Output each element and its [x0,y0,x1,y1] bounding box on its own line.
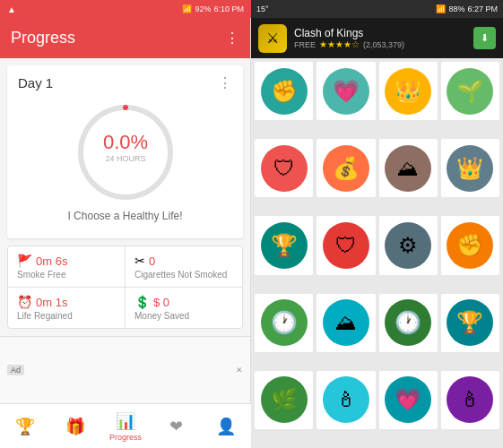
badge-shield-x2: 🛡 [323,222,369,269]
badge-torch2: 🕯 [447,376,493,423]
badge-cell: 🌱 [441,62,499,120]
badge-mountains2: ⛰ [323,299,369,346]
badge-torch: 🕯 [323,376,369,423]
badge-mountains: ⛰ [385,145,431,192]
right-status-icons: 📶 88% 6:27 PM [436,4,498,13]
game-free-label: FREE [294,40,316,49]
menu-icon[interactable]: ⋮ [225,30,239,47]
flag-icon: 🚩 [17,254,32,268]
ad-close-icon[interactable]: ✕ [236,366,243,375]
badge-cell: 🏆 [441,294,499,352]
status-bars: ▲ 📶 92% 6:10 PM 15° 📶 88% 6:27 PM [0,0,503,18]
badge-cell: 💗 [317,62,375,120]
trophy-nav-icon: 🏆 [15,417,35,436]
game-meta: FREE ★★★★☆ (2,053,379) [294,39,466,49]
badges-grid: ✊ 💗 👑 🌱 🛡 💰 ⛰ 👑 [251,58,503,448]
ad-label: Ad [7,365,24,375]
money-saved-label: Money Saved [134,311,233,321]
header-actions: ⋮ [225,30,239,47]
nav-item-heart[interactable]: ❤ [151,404,201,448]
nav-item-trophy[interactable]: 🏆 [0,404,50,448]
smoke-free-value: 0m 6s [36,254,67,268]
download-button[interactable]: ⬇ [473,27,496,49]
progress-nav-icon: 📊 [116,411,135,431]
game-title: Clash of Kings [294,27,466,39]
badge-clock2: 🕐 [385,299,431,346]
left-app-name: ▲ [7,4,16,14]
badge-leaf: 🌿 [261,376,308,423]
badge-shield-x: 🛡 [261,145,308,192]
circle-message: I Choose a Healthy Life! [67,210,182,222]
badge-trophy: 🏆 [261,222,308,269]
stat-cigarettes: ✂ 0 Cigarettes Not Smoked [126,246,242,287]
gift-nav-icon: 🎁 [65,417,85,436]
game-reviews: (2,053,379) [363,40,404,49]
badge-cell: 🕐 [379,294,438,352]
badge-cell: ✊ [255,62,313,120]
stats-grid: 🚩 0m 6s Smoke Free ✂ 0 Cigarettes Not Sm… [7,246,243,329]
ad-banner: Ad ✕ [0,336,250,403]
stat-smoke-free: 🚩 0m 6s Smoke Free [8,246,125,287]
smoke-free-label: Smoke Free [17,270,116,280]
day-label: Day 1 [18,75,53,90]
badge-cell: 🕯 [317,371,375,429]
hours-label: 24 HOURS [105,154,145,163]
heart-nav-icon: ❤ [169,417,183,436]
badge-cell: ✊ [441,216,499,274]
nav-item-progress[interactable]: 📊 Progress [100,404,151,448]
bottom-nav: 🏆 🎁 📊 Progress ❤ 👤 [0,403,251,448]
badge-cell: 🛡 [255,139,313,197]
main-content: Progress ⋮ Day 1 ⋮ 0.0% 24 HOURS I Choos… [0,18,503,448]
badge-crown2: 👑 [447,145,493,192]
badge-cell: 👑 [379,62,438,120]
left-panel: Progress ⋮ Day 1 ⋮ 0.0% 24 HOURS I Choos… [0,18,251,448]
nav-item-person[interactable]: 👤 [201,404,251,448]
clock-icon: ⏰ [17,295,32,309]
game-icon: ⚔ [258,24,287,53]
right-panel: ⚔ Clash of Kings FREE ★★★★☆ (2,053,379) … [251,18,503,448]
badge-cell: 🕯 [441,371,499,429]
badge-cell: 💰 [317,139,375,197]
badge-crown: 👑 [385,68,431,115]
cigarettes-label: Cigarettes Not Smoked [134,270,233,280]
scissors-icon: ✂ [134,254,145,268]
nav-item-gift[interactable]: 🎁 [50,404,100,448]
money-saved-value: $ 0 [153,296,169,309]
badge-cell: 🛡 [317,216,375,274]
day-more-icon[interactable]: ⋮ [218,74,232,91]
badge-coin: 💰 [323,145,369,192]
badge-clock: 🕐 [261,299,308,346]
badge-cell: 🌿 [255,371,313,429]
progress-circle-container: 0.0% 24 HOURS I Choose a Healthy Life! [18,99,232,222]
game-stars: ★★★★☆ [319,39,360,49]
badge-cell: ⛰ [379,139,438,197]
cigarettes-value: 0 [149,254,155,268]
badge-trophy2: 🏆 [447,299,493,346]
left-status-bar: ▲ 📶 92% 6:10 PM [0,0,251,18]
left-status-icons: 📶 92% 6:10 PM [182,4,244,13]
progress-nav-label: Progress [109,433,142,442]
life-regained-label: Life Regained [17,311,116,321]
badge-cell: 🏆 [255,216,313,274]
dollar-icon: 💲 [134,295,150,309]
badge-gear: ⚙ [385,222,431,269]
badge-fist: ✊ [261,68,308,115]
day-card: Day 1 ⋮ 0.0% 24 HOURS I Choose a Healthy… [7,65,243,238]
stat-life-regained: ⏰ 0m 1s Life Regained [8,288,125,328]
life-regained-value: 0m 1s [36,296,67,309]
badge-heartbeat: 💗 [323,68,369,115]
left-header: Progress ⋮ [0,18,250,58]
badge-cell: ⚙ [379,216,438,274]
person-nav-icon: 👤 [216,417,236,436]
progress-value: 0.0% [102,131,147,153]
badge-heartbeat2: 💗 [385,376,431,423]
game-info: Clash of Kings FREE ★★★★☆ (2,053,379) [294,27,466,49]
right-header: ⚔ Clash of Kings FREE ★★★★☆ (2,053,379) … [251,18,503,58]
badge-fist-ribbon: ✊ [447,222,493,269]
progress-circle-svg: 0.0% 24 HOURS [72,99,179,206]
stat-money-saved: 💲 $ 0 Money Saved [126,288,242,328]
right-status-bar: 15° 📶 88% 6:27 PM [251,0,503,18]
badge-cell: ⛰ [317,294,375,352]
badge-cell: 🕐 [255,294,313,352]
app-title: Progress [11,29,75,47]
